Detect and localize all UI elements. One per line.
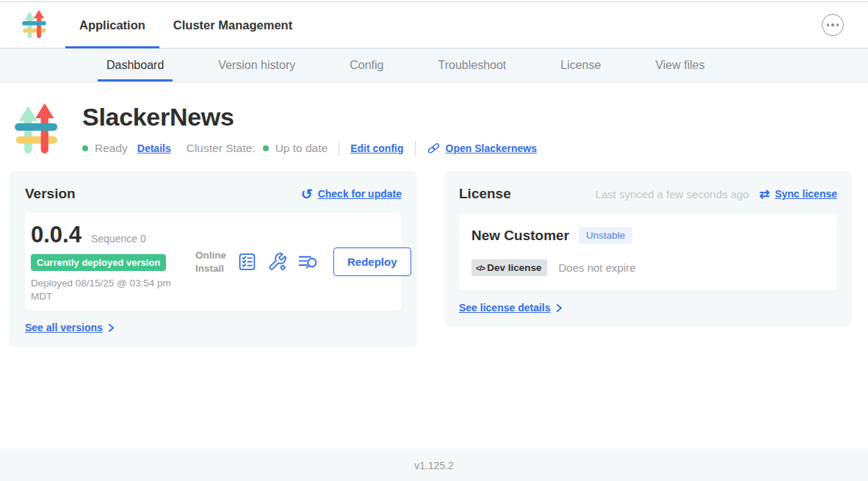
app-header-section: SlackerNews Ready Details Cluster State:… <box>0 82 868 159</box>
divider <box>339 141 339 156</box>
customer-name: New Customer <box>471 228 569 244</box>
chevron-right-icon <box>108 323 115 333</box>
channel-badge: Unstable <box>579 227 632 244</box>
cluster-state-label: Cluster State: <box>187 142 256 155</box>
license-type-badge: </> Dev license <box>471 259 547 276</box>
subnav-license[interactable]: License <box>560 48 601 82</box>
subnav-config[interactable]: Config <box>350 48 383 82</box>
subnav-dashboard[interactable]: Dashboard <box>106 48 164 82</box>
top-header: Application Cluster Management <box>0 2 868 48</box>
page-title: SlackerNews <box>82 103 537 131</box>
app-subnav: Dashboard Version history Config Trouble… <box>0 48 868 82</box>
sync-arrows-icon: ⇄ <box>759 188 770 200</box>
slackernews-app-icon <box>15 101 59 159</box>
subnav-view-files[interactable]: View files <box>655 48 704 82</box>
cluster-state-value: Up to date <box>275 142 328 155</box>
sync-license-link[interactable]: ⇄ Sync license <box>759 188 837 200</box>
last-synced-label: Last synced a few seconds ago <box>596 188 749 200</box>
app-logo-small <box>22 2 47 48</box>
subnav-troubleshoot[interactable]: Troubleshoot <box>438 48 506 82</box>
app-status-row: Ready Details Cluster State: Up to date … <box>82 141 537 156</box>
edit-config-link[interactable]: Edit config <box>350 142 403 154</box>
status-details-link[interactable]: Details <box>137 142 171 154</box>
view-logs-icon[interactable] <box>297 252 319 272</box>
subnav-version-history[interactable]: Version history <box>218 48 295 82</box>
ellipsis-icon <box>827 23 829 26</box>
see-license-details-link[interactable]: See license details <box>459 302 563 314</box>
license-card-title: License <box>459 186 511 202</box>
refresh-icon: ↺ <box>301 187 313 201</box>
cluster-state-dot <box>263 145 269 151</box>
deployed-timestamp: Deployed 08/15/25 @ 03:54 pm MDT <box>31 277 189 303</box>
tab-cluster-management[interactable]: Cluster Management <box>159 2 306 48</box>
app-status-dot <box>82 145 88 151</box>
sequence-label: Sequence 0 <box>91 233 146 245</box>
chain-link-icon <box>427 142 441 155</box>
license-expiry-label: Does not expire <box>558 261 635 274</box>
chevron-right-icon <box>556 303 563 313</box>
install-type-label: Online Install <box>195 249 226 275</box>
console-version-label: v1.125.2 <box>414 460 454 471</box>
app-status-label: Ready <box>95 142 128 155</box>
divider <box>415 141 416 156</box>
version-number: 0.0.4 <box>31 222 82 248</box>
code-icon: </> <box>476 264 485 272</box>
check-for-update-link[interactable]: ↺ Check for update <box>301 187 402 201</box>
license-card: License Last synced a few seconds ago ⇄ … <box>444 171 852 328</box>
redeploy-button[interactable]: Redeploy <box>333 247 411 276</box>
app-footer: v1.125.2 <box>0 449 868 481</box>
see-all-versions-link[interactable]: See all versions <box>25 322 115 333</box>
current-version-box: 0.0.4 Sequence 0 Currently deployed vers… <box>25 213 402 311</box>
version-card-title: Version <box>25 186 76 202</box>
slackernews-logo-icon <box>22 10 47 40</box>
top-nav-tabs: Application Cluster Management <box>65 2 306 48</box>
preflight-checklist-icon[interactable] <box>237 252 257 272</box>
wrench-gear-icon[interactable] <box>267 252 287 272</box>
version-card: Version ↺ Check for update 0.0.4 Sequenc… <box>9 171 417 347</box>
tab-application-label: Application <box>79 18 145 32</box>
tab-cluster-management-label: Cluster Management <box>173 18 292 32</box>
dashboard-cards: Version ↺ Check for update 0.0.4 Sequenc… <box>0 159 868 347</box>
deployed-status-badge: Currently deployed version <box>31 254 166 271</box>
tab-application[interactable]: Application <box>65 2 159 48</box>
version-action-icons <box>237 252 319 272</box>
main-content: SlackerNews Ready Details Cluster State:… <box>0 82 868 449</box>
overflow-menu-button[interactable] <box>822 14 844 36</box>
license-details-box: New Customer Unstable </> Dev license Do… <box>459 214 837 291</box>
open-app-link[interactable]: Open Slackernews <box>427 142 538 155</box>
